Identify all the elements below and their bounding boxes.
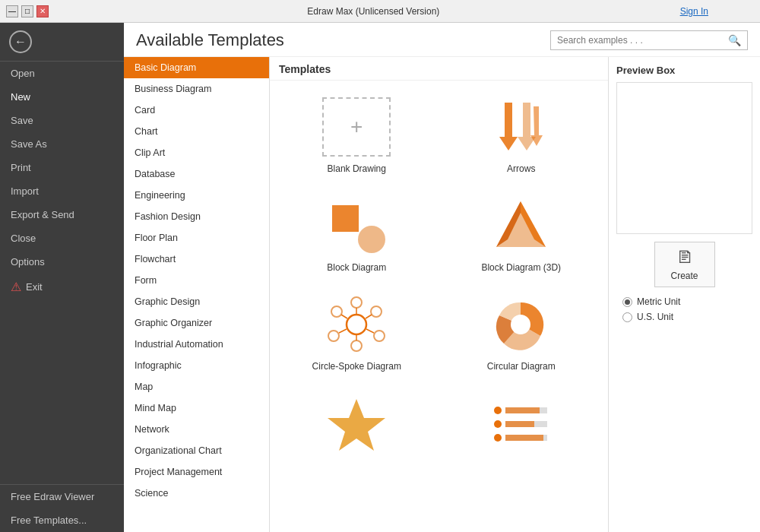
svg-marker-22	[328, 399, 385, 451]
templates-header: Templates	[270, 57, 608, 81]
sidebar-item-close[interactable]: Close	[0, 226, 124, 250]
blank-drawing-box: +	[322, 97, 391, 157]
templates-panel: Templates + Blank Drawing	[270, 57, 608, 532]
category-item-graphic[interactable]: Graphic Design	[124, 291, 269, 312]
svg-line-20	[341, 315, 347, 318]
category-item-basic[interactable]: Basic Diagram	[124, 57, 269, 78]
template-block-icon-wrap	[322, 195, 391, 256]
svg-line-18	[339, 329, 347, 333]
sidebar-item-save-as[interactable]: Save As	[0, 132, 124, 156]
category-item-business[interactable]: Business Diagram	[124, 78, 269, 100]
sidebar: ← Open New Save Save As Print Import Exp…	[0, 23, 124, 532]
template-arrows[interactable]: Arrows	[441, 87, 603, 182]
template-arrows-icon-wrap	[487, 97, 556, 157]
svg-point-23	[494, 407, 502, 414]
sidebar-item-import[interactable]: Import	[0, 179, 124, 203]
category-item-mindmap[interactable]: Mind Map	[124, 397, 269, 419]
template-block3d-icon-wrap	[487, 195, 556, 256]
template-star-icon-wrap	[322, 393, 391, 454]
svg-point-19	[331, 306, 342, 317]
category-item-organizer[interactable]: Graphic Organizer	[124, 312, 269, 334]
svg-rect-25	[505, 407, 540, 413]
metric-unit-option[interactable]: Metric Unit	[622, 296, 752, 307]
category-item-form[interactable]: Form	[124, 270, 269, 291]
back-button[interactable]: ←	[9, 30, 32, 53]
us-unit-option[interactable]: U.S. Unit	[622, 312, 752, 322]
svg-point-13	[374, 331, 385, 341]
category-item-database[interactable]: Database	[124, 163, 269, 185]
restore-button[interactable]: □	[21, 5, 33, 17]
category-item-map[interactable]: Map	[124, 376, 269, 397]
title-bar: — □ ✕ Edraw Max (Unlicensed Version) Sig…	[0, 0, 760, 23]
category-item-science[interactable]: Science	[124, 483, 269, 504]
main-layout: ← Open New Save Save As Print Import Exp…	[0, 23, 760, 532]
category-item-infographic[interactable]: Infographic	[124, 355, 269, 376]
search-box: 🔍	[550, 30, 748, 50]
category-item-engineering[interactable]: Engineering	[124, 185, 269, 206]
preview-title: Preview Box	[616, 65, 752, 76]
circular-svg	[489, 296, 553, 353]
template-circular[interactable]: Circular Diagram	[441, 284, 603, 380]
category-item-industrial[interactable]: Industrial Automation	[124, 334, 269, 355]
template-circular-icon-wrap	[487, 294, 556, 355]
sidebar-item-viewer[interactable]: Free Edraw Viewer	[0, 485, 124, 508]
arrows-svg	[491, 99, 552, 156]
category-panel: Basic Diagram Business Diagram Card Char…	[124, 57, 270, 532]
template-blank[interactable]: + Blank Drawing	[276, 87, 438, 182]
svg-point-17	[328, 331, 339, 341]
category-item-card[interactable]: Card	[124, 100, 269, 121]
template-block-label: Block Diagram	[327, 262, 386, 273]
template-star[interactable]	[276, 383, 438, 468]
svg-point-9	[351, 297, 362, 308]
sidebar-item-options[interactable]: Options	[0, 250, 124, 274]
search-icon[interactable]: 🔍	[728, 34, 741, 46]
svg-rect-28	[505, 421, 534, 427]
template-block3d[interactable]: Block Diagram (3D)	[441, 185, 603, 281]
category-item-flowchart[interactable]: Flowchart	[124, 249, 269, 270]
close-button[interactable]: ✕	[36, 5, 49, 17]
sidebar-bottom-links: Free Edraw Viewer Free Templates...	[0, 484, 124, 532]
svg-point-29	[494, 434, 502, 442]
sidebar-top: ←	[0, 23, 124, 62]
star-svg	[325, 395, 389, 452]
create-label: Create	[670, 271, 698, 281]
template-arrows-label: Arrows	[507, 163, 535, 174]
svg-line-14	[366, 329, 374, 333]
category-item-orgchart[interactable]: Organizational Chart	[124, 440, 269, 461]
app-title: Edraw Max (Unlicensed Version)	[67, 6, 680, 17]
sidebar-item-exit[interactable]: ⚠ Exit	[0, 274, 124, 300]
template-blank-icon-wrap: +	[322, 97, 391, 157]
sidebar-item-save[interactable]: Save	[0, 109, 124, 132]
template-block[interactable]: Block Diagram	[276, 185, 438, 281]
sidebar-item-templates[interactable]: Free Templates...	[0, 508, 124, 532]
sign-in-link[interactable]: Sign In	[680, 6, 708, 17]
content-area: Basic Diagram Business Diagram Card Char…	[124, 57, 760, 532]
category-item-clipart[interactable]: Clip Art	[124, 142, 269, 163]
sidebar-item-new[interactable]: New	[0, 85, 124, 109]
category-item-fashion[interactable]: Fashion Design	[124, 206, 269, 227]
minimize-button[interactable]: —	[6, 5, 18, 17]
svg-rect-3	[332, 205, 359, 232]
template-circular-label: Circular Diagram	[487, 361, 556, 372]
metric-unit-label: Metric Unit	[637, 296, 680, 307]
sidebar-item-print[interactable]: Print	[0, 156, 124, 179]
category-item-chart[interactable]: Chart	[124, 121, 269, 142]
preview-panel: Preview Box 🖹 Create Metric Unit U.S. Un…	[608, 57, 760, 532]
category-item-network[interactable]: Network	[124, 419, 269, 440]
template-bars[interactable]	[441, 383, 603, 468]
category-item-project[interactable]: Project Management	[124, 461, 269, 483]
svg-point-8	[347, 315, 366, 334]
page-header: Available Templates 🔍	[124, 23, 760, 57]
create-button[interactable]: 🖹 Create	[654, 242, 715, 287]
template-spoke-label: Circle-Spoke Diagram	[312, 361, 401, 372]
sidebar-item-export[interactable]: Export & Send	[0, 203, 124, 226]
template-blank-label: Blank Drawing	[328, 163, 386, 174]
svg-point-26	[494, 420, 502, 428]
category-item-floorplan[interactable]: Floor Plan	[124, 227, 269, 249]
svg-marker-0	[499, 103, 518, 150]
template-block3d-label: Block Diagram (3D)	[481, 262, 561, 273]
sidebar-item-open[interactable]: Open	[0, 62, 124, 85]
svg-marker-1	[518, 103, 536, 150]
template-spoke[interactable]: Circle-Spoke Diagram	[276, 284, 438, 380]
search-input[interactable]	[557, 35, 728, 46]
